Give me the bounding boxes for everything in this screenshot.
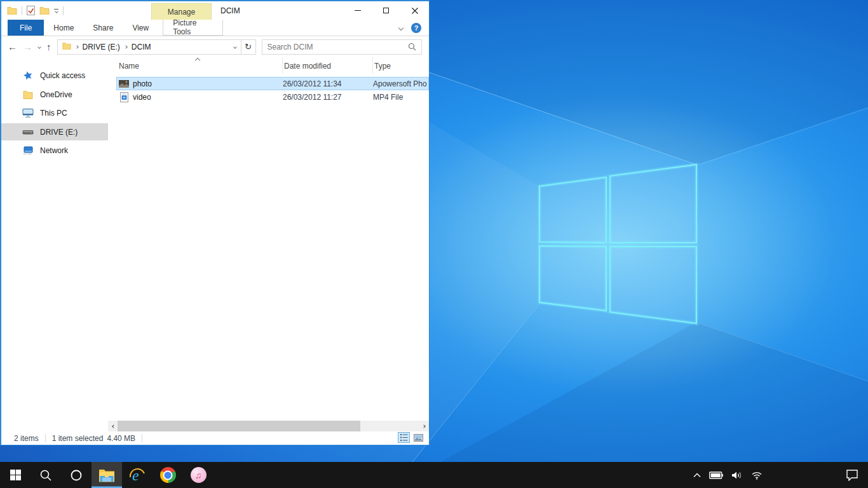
video-file-icon — [119, 92, 129, 102]
internet-explorer-icon: e — [129, 467, 146, 484]
taskbar-file-explorer-button[interactable] — [92, 462, 122, 488]
refresh-button[interactable]: ↻ — [241, 39, 256, 55]
sidebar-item-quick-access[interactable]: Quick access — [1, 67, 108, 85]
search-icon — [408, 43, 416, 51]
thumbnail-view-button[interactable] — [412, 432, 424, 443]
cortana-icon — [70, 469, 83, 482]
network-status[interactable] — [750, 466, 764, 485]
itunes-button[interactable]: ♫ — [183, 462, 214, 488]
cortana-button[interactable] — [61, 462, 92, 488]
star-icon — [22, 70, 34, 81]
minimize-button[interactable] — [343, 1, 372, 20]
breadcrumb-separator-icon[interactable] — [124, 45, 128, 49]
file-row-photo[interactable]: photo 26/03/2012 11:34 Apowersoft Pho — [116, 77, 429, 90]
start-button[interactable] — [0, 462, 31, 488]
chevron-down-icon — [55, 10, 58, 13]
chrome-button[interactable] — [153, 462, 183, 488]
titlebar[interactable]: Manage DCIM — [1, 1, 429, 20]
windows-start-icon — [10, 470, 21, 480]
volume-status[interactable] — [730, 466, 744, 485]
help-button[interactable]: ? — [411, 23, 421, 33]
sidebar-item-onedrive[interactable]: OneDrive — [1, 86, 108, 103]
navigation-pane: Quick access OneDrive This PC — [1, 57, 108, 421]
tab-view[interactable]: View — [123, 20, 158, 36]
up-button[interactable]: ↑ — [46, 42, 51, 51]
expand-ribbon-chevron-icon[interactable] — [398, 25, 403, 30]
quick-access-toolbar — [1, 6, 64, 15]
horizontal-scrollbar[interactable] — [108, 421, 429, 431]
search-input[interactable] — [268, 43, 409, 51]
sidebar-item-label: Quick access — [40, 71, 85, 80]
wifi-icon — [751, 471, 763, 480]
forward-button[interactable]: → — [23, 42, 32, 51]
address-bar: ← → ↑ DRIVE (E:) DCIM ↻ — [1, 36, 429, 57]
details-view-icon — [400, 434, 408, 441]
photo-file-icon — [119, 79, 129, 89]
drive-icon — [22, 126, 34, 138]
address-dropdown-chevron-icon[interactable] — [233, 45, 237, 49]
ribbon-controls: ? — [399, 20, 421, 36]
sidebar-item-label: This PC — [40, 109, 67, 118]
tab-picture-tools[interactable]: Picture Tools — [163, 20, 223, 36]
caption-buttons — [343, 1, 429, 20]
window-title: DCIM — [220, 6, 240, 15]
system-tray — [692, 466, 868, 485]
close-icon — [412, 8, 418, 14]
column-header-date-modified[interactable]: Date modified — [283, 57, 373, 74]
tab-file[interactable]: File — [8, 20, 44, 36]
contextual-tab-group-manage[interactable]: Manage — [151, 3, 212, 20]
window-content: Quick access OneDrive This PC — [1, 57, 429, 421]
recent-locations-chevron-icon[interactable] — [37, 45, 41, 49]
sidebar-item-network[interactable]: Network — [1, 142, 108, 159]
new-folder-button[interactable] — [39, 6, 50, 15]
chrome-icon — [160, 467, 176, 483]
file-type: MP4 File — [372, 93, 429, 102]
file-list: Name Date modified Type photo 26/03/2012… — [108, 57, 429, 421]
file-rows: photo 26/03/2012 11:34 Apowersoft Pho vi… — [108, 74, 429, 104]
action-center-icon — [846, 469, 858, 481]
back-button[interactable]: ← — [8, 42, 17, 51]
address-folder-icon — [62, 42, 71, 51]
hidden-icons-chevron[interactable] — [692, 466, 702, 485]
ribbon-tab-row: File Home Share View Picture Tools ? — [1, 20, 429, 36]
file-explorer-window: Manage DCIM File Home Share View Picture… — [0, 0, 430, 445]
tab-home[interactable]: Home — [44, 20, 83, 36]
maximize-button[interactable] — [372, 1, 400, 20]
selection-count: 1 item selected — [52, 434, 104, 443]
battery-status[interactable] — [708, 466, 724, 485]
column-headers: Name Date modified Type — [108, 57, 429, 74]
file-type: Apowersoft Pho — [372, 79, 429, 88]
file-name: video — [133, 93, 151, 102]
scrollbar-thumb[interactable] — [118, 421, 360, 431]
file-row-video[interactable]: video 26/03/2012 11:27 MP4 File — [116, 90, 429, 104]
properties-button[interactable] — [27, 6, 35, 15]
action-center-button[interactable] — [844, 466, 860, 485]
chevron-right-icon — [422, 424, 426, 428]
breadcrumb-dcim[interactable]: DCIM — [132, 43, 151, 51]
address-input[interactable]: DRIVE (E:) DCIM — [57, 39, 241, 55]
column-header-type[interactable]: Type — [373, 57, 429, 74]
search-box[interactable] — [262, 39, 423, 55]
taskbar-search-button[interactable] — [31, 462, 61, 488]
folder-icon — [22, 89, 34, 100]
status-separator — [45, 434, 46, 442]
details-view-button[interactable] — [398, 432, 410, 443]
tab-share[interactable]: Share — [83, 20, 123, 36]
search-icon — [39, 469, 52, 482]
minimize-icon — [355, 10, 361, 11]
breadcrumb-separator-icon[interactable] — [75, 45, 79, 49]
itunes-icon: ♫ — [191, 467, 207, 483]
close-button[interactable] — [400, 1, 429, 20]
computer-icon — [22, 107, 34, 119]
thumbnail-view-icon — [414, 434, 423, 442]
sidebar-item-label: OneDrive — [40, 90, 72, 99]
breadcrumb-drive[interactable]: DRIVE (E:) — [83, 43, 120, 51]
toolbar-separator — [22, 6, 22, 15]
customize-qat-dropdown[interactable] — [54, 9, 58, 13]
scroll-right-button[interactable] — [418, 421, 429, 431]
file-explorer-icon — [98, 468, 115, 482]
sidebar-item-drive-e[interactable]: DRIVE (E:) — [1, 123, 108, 140]
internet-explorer-button[interactable]: e — [122, 462, 153, 488]
sidebar-item-this-pc[interactable]: This PC — [1, 105, 108, 122]
chevron-left-icon — [112, 424, 116, 428]
